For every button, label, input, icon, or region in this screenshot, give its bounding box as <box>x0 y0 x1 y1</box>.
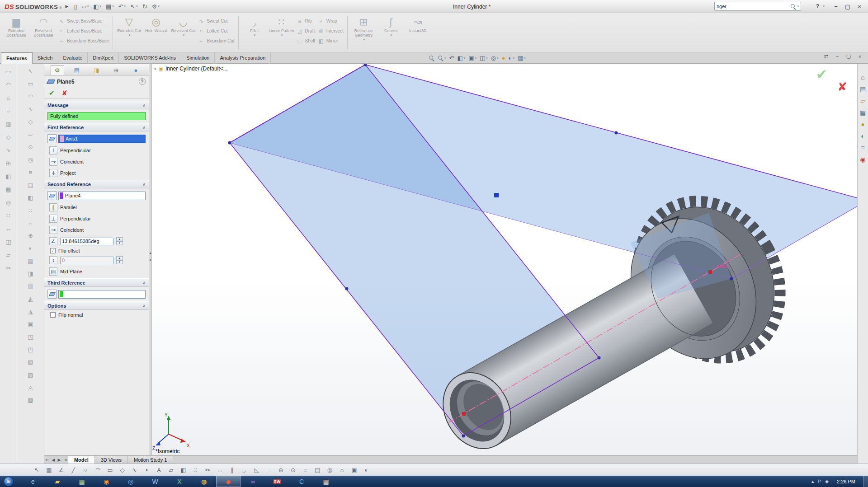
left-toolbar-inner-1[interactable]: ▭ <box>25 78 36 89</box>
intersect-button[interactable]: ⊗Intersect <box>318 28 344 34</box>
undo-button[interactable]: ↶▾ <box>117 1 127 11</box>
tab-dimxpert[interactable]: DimXpert <box>88 52 119 64</box>
sketch-toolbar-1[interactable]: ▦ <box>44 465 54 475</box>
tray-icons-1[interactable]: ⚐ <box>817 479 821 484</box>
left-toolbar-inner-2[interactable]: ◠ <box>25 91 36 102</box>
sketch-toolbar-6[interactable]: ▭ <box>105 465 115 475</box>
left-toolbar-inner-20[interactable]: ▣ <box>25 318 36 329</box>
dimxpertmanager-tab[interactable]: ⊕ <box>109 65 123 75</box>
left-toolbar-inner-5[interactable]: ▱ <box>25 129 36 140</box>
doc-restore-button[interactable]: ▢ <box>845 53 852 59</box>
left-toolbar-inner-11[interactable]: ∷ <box>25 205 36 215</box>
left-toolbar-outer-3[interactable]: ≡ <box>3 105 14 116</box>
sketch-toolbar-21[interactable]: ⊙ <box>288 465 298 475</box>
left-toolbar-inner-14[interactable]: ◐ <box>25 243 36 253</box>
doc-minimize-button[interactable]: − <box>834 54 841 59</box>
draft-button[interactable]: ◿Draft <box>297 28 315 34</box>
taskbar-solidworks[interactable]: ◆ <box>216 476 241 487</box>
sketch-toolbar-12[interactable]: ◧ <box>178 465 189 475</box>
left-toolbar-inner-12[interactable]: ↔ <box>25 217 36 228</box>
tab-simulation[interactable]: Simulation <box>181 52 215 64</box>
left-toolbar-inner-10[interactable]: ◧ <box>25 192 36 203</box>
close-button[interactable]: × <box>854 1 865 11</box>
coincident-option[interactable]: ⊸ Coincident <box>49 157 146 166</box>
sketch-toolbar-15[interactable]: ↔ <box>215 465 225 475</box>
linear-pattern-button[interactable]: ∷Linear Pattern▾ <box>268 14 295 50</box>
checkbox-checked-icon[interactable]: ✓ <box>50 248 56 253</box>
view-palette-icon[interactable]: ▦ <box>859 108 868 117</box>
left-toolbar-inner-19[interactable]: ◮ <box>25 306 36 317</box>
tab-sketch[interactable]: Sketch <box>33 52 58 64</box>
boundary-boss-base-button[interactable]: ∽Boundary Boss/Base <box>58 37 109 44</box>
select-button[interactable]: ↖▾ <box>128 1 139 11</box>
left-toolbar-inner-15[interactable]: ▦ <box>25 255 36 266</box>
minimize-button[interactable]: − <box>830 1 842 11</box>
swept-boss-base-button[interactable]: ∿Swept Boss/Base <box>58 18 109 24</box>
left-toolbar-outer-10[interactable]: ◎ <box>3 197 14 208</box>
cancel-button[interactable]: ✘ <box>62 89 68 97</box>
left-toolbar-outer-13[interactable]: ◫ <box>3 236 14 247</box>
sketch-toolbar-19[interactable]: ╌ <box>264 465 274 475</box>
task-pane-home-icon[interactable]: ⌂ <box>859 73 868 82</box>
left-toolbar-inner-6[interactable]: ⊙ <box>25 141 36 152</box>
taskbar-word[interactable]: W <box>143 476 167 487</box>
search-input[interactable] <box>717 4 790 9</box>
left-toolbar-inner-22[interactable]: ◰ <box>25 344 36 355</box>
third-reference-field[interactable] <box>58 290 146 299</box>
left-toolbar-inner-3[interactable]: ∿ <box>25 103 36 114</box>
left-toolbar-outer-2[interactable]: ⌂ <box>3 92 14 103</box>
options-section-header[interactable]: Options ∧ <box>44 301 149 310</box>
second-reference-section-header[interactable]: Second Reference ∧ <box>44 180 149 188</box>
custom-properties-icon[interactable]: ≡ <box>859 143 868 152</box>
left-toolbar-inner-17[interactable]: ▥ <box>25 281 36 291</box>
pane-toggle-icon[interactable]: ⇄ <box>822 53 830 59</box>
left-toolbar-inner-25[interactable]: ◬ <box>25 382 36 393</box>
angle-input[interactable] <box>60 238 113 245</box>
mirror-button[interactable]: ◧Mirror <box>318 37 344 44</box>
new-file-button[interactable]: ▯ <box>72 1 79 11</box>
offset-input[interactable] <box>60 257 113 264</box>
left-toolbar-outer-8[interactable]: ◧ <box>3 171 14 182</box>
left-toolbar-outer-14[interactable]: ▱ <box>3 249 14 260</box>
doc-tab-nav-3[interactable]: ⇥ <box>62 456 68 464</box>
project-option[interactable]: ↧ Project <box>49 169 146 178</box>
sketch-toolbar-11[interactable]: ▱ <box>166 465 176 475</box>
featuremanager-tab[interactable]: ▤ <box>70 65 84 75</box>
left-toolbar-inner-26[interactable]: ▩ <box>25 394 36 405</box>
sketch-toolbar-0[interactable]: ↖ <box>32 465 42 475</box>
left-toolbar-outer-12[interactable]: ↔ <box>3 223 14 234</box>
sketch-toolbar-9[interactable]: • <box>142 465 152 475</box>
taskbar-excel[interactable]: X <box>167 476 192 487</box>
angle-spinner[interactable]: ▲ ▼ <box>116 237 123 245</box>
tab-evaluate[interactable]: Evaluate <box>58 52 88 64</box>
left-toolbar-inner-9[interactable]: ▤ <box>25 179 36 190</box>
wrap-button[interactable]: ◖Wrap <box>318 18 344 24</box>
doc-tab-nav-0[interactable]: ⇤ <box>44 456 51 464</box>
doc-close-button[interactable]: × <box>856 54 863 59</box>
taskbar-office-grid[interactable]: ▦ <box>70 476 94 487</box>
left-toolbar-inner-7[interactable]: ◎ <box>25 154 36 165</box>
taskbar-calculator[interactable]: ▦ <box>314 476 338 487</box>
taskbar-safari[interactable]: ◎ <box>118 476 143 487</box>
instant3d-button[interactable]: ↝Instant3D <box>404 14 431 50</box>
spin-up-icon[interactable]: ▲ <box>116 256 123 260</box>
left-toolbar-outer-9[interactable]: ▤ <box>3 184 14 195</box>
zoom-fit-icon[interactable] <box>429 55 434 61</box>
graphics-viewport[interactable]: Axis1 Y X Z ▸ ▣ Inner-Cylinder (Default<… <box>152 64 857 455</box>
appearances-icon[interactable]: ● <box>859 120 868 129</box>
curves-button[interactable]: ∫Curves▾ <box>377 14 404 50</box>
fillet-button[interactable]: ◞Fillet▾ <box>241 14 268 50</box>
spin-down-icon[interactable]: ▼ <box>116 260 123 264</box>
mid-plane-option[interactable]: ▤ Mid Plane <box>49 267 146 276</box>
edit-appearance-icon[interactable]: ● <box>502 55 505 61</box>
save-button[interactable]: ◧▾ <box>91 1 103 11</box>
left-toolbar-outer-6[interactable]: ∿ <box>3 145 14 155</box>
open-file-button[interactable]: ▱▾ <box>80 1 91 11</box>
taskbar-explorer-folder[interactable]: ▰ <box>45 476 70 487</box>
restore-button[interactable]: ▢ <box>842 1 854 11</box>
sketch-toolbar-20[interactable]: ⊕ <box>276 465 286 475</box>
search-icon[interactable] <box>790 4 796 9</box>
menu-flyout-arrow-icon[interactable]: ▶ <box>66 4 69 9</box>
left-toolbar-inner-21[interactable]: ◳ <box>25 331 36 342</box>
previous-view-icon[interactable]: ↶ <box>449 55 454 61</box>
